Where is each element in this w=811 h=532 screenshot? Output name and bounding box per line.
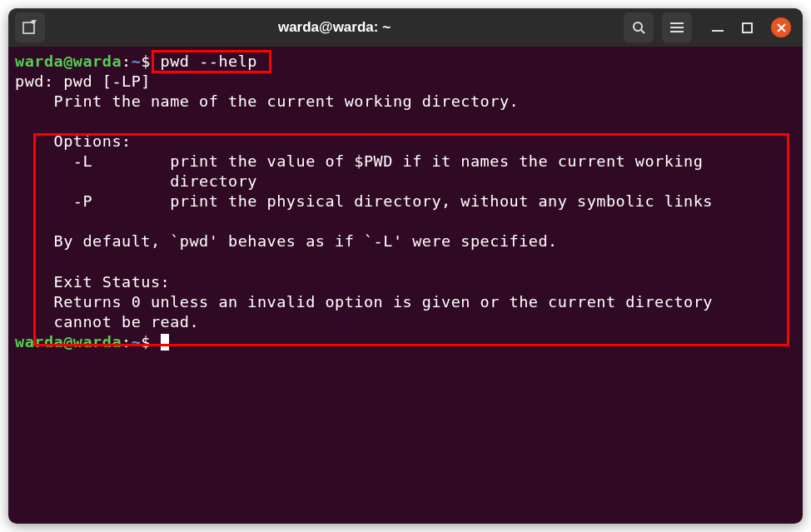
output-option-L-2: directory (15, 172, 796, 191)
output-exit-header: Exit Status: (15, 272, 796, 292)
svg-rect-0 (23, 22, 34, 33)
maximize-button[interactable] (742, 22, 753, 33)
prompt-line-1: warda@warda:~$ pwd --help (15, 52, 796, 72)
prompt-user-host: warda@warda (15, 52, 122, 70)
output-blank-1 (15, 112, 796, 132)
svg-line-5 (641, 30, 644, 33)
svg-point-4 (634, 22, 642, 31)
output-usage: pwd: pwd [-LP] (15, 72, 796, 92)
output-options-header: Options: (15, 132, 796, 152)
prompt-separator: : (122, 52, 132, 70)
titlebar-right (624, 12, 796, 42)
prompt-symbol-2: $ (141, 333, 151, 351)
hamburger-icon (670, 22, 684, 33)
search-icon (632, 21, 646, 35)
close-icon (777, 23, 786, 32)
output-option-L-1: -L print the value of $PWD if it names t… (15, 152, 796, 172)
terminal-body[interactable]: warda@warda:~$ pwd --help pwd: pwd [-LP]… (8, 47, 803, 357)
minimize-button[interactable] (712, 30, 724, 32)
output-option-P: -P print the physical directory, without… (15, 191, 796, 211)
new-tab-button[interactable] (15, 12, 45, 42)
prompt-user-host-2: warda@warda (15, 333, 122, 351)
output-blank-2 (15, 211, 796, 231)
prompt-separator-2: : (122, 333, 132, 351)
terminal-window: warda@warda: ~ (8, 8, 803, 524)
output-desc: Print the name of the current working di… (15, 92, 796, 112)
window-title: warda@warda: ~ (45, 19, 624, 36)
titlebar: warda@warda: ~ (8, 8, 803, 47)
cursor (161, 334, 169, 351)
output-default: By default, `pwd' behaves as if `-L' wer… (15, 231, 796, 251)
close-button[interactable] (771, 17, 791, 37)
window-controls (712, 17, 791, 37)
prompt-line-2: warda@warda:~$ (15, 332, 796, 352)
prompt-path: ~ (132, 52, 142, 70)
prompt-path-2: ~ (132, 333, 142, 351)
output-exit-2: cannot be read. (15, 312, 796, 332)
search-button[interactable] (624, 12, 654, 42)
prompt-symbol: $ (141, 52, 151, 70)
output-blank-3 (15, 251, 796, 271)
command-text: pwd --help (161, 52, 257, 70)
command-input-1 (151, 52, 161, 70)
menu-button[interactable] (662, 12, 692, 42)
titlebar-left (15, 12, 45, 42)
output-exit-1: Returns 0 unless an invalid option is gi… (15, 292, 796, 312)
new-tab-icon (22, 20, 37, 35)
